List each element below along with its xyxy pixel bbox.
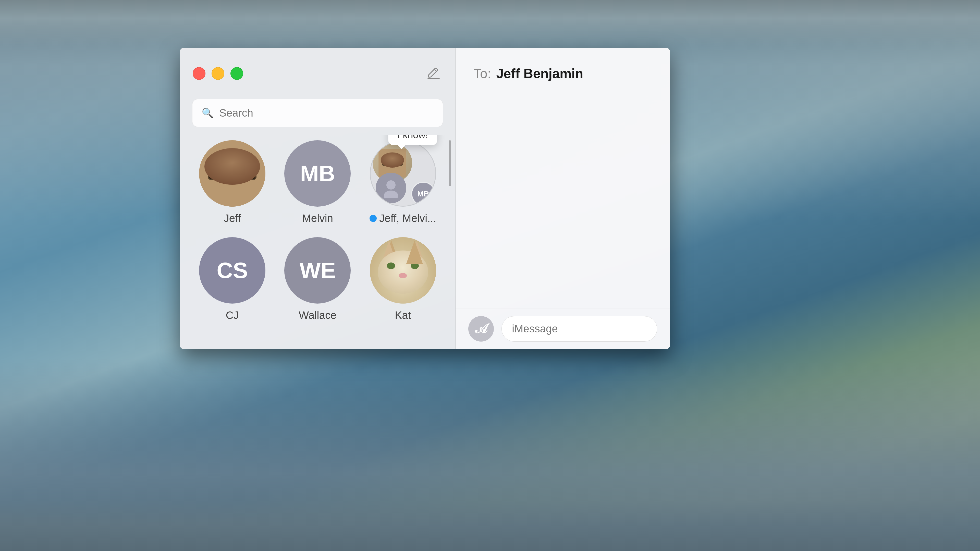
search-input[interactable] (219, 107, 434, 119)
contact-kat[interactable]: Kat (363, 237, 443, 321)
contact-name-wallace: Wallace (299, 309, 337, 321)
rock-texture-top (0, 0, 980, 46)
iknow-text: I know! (397, 135, 428, 140)
message-panel: To: Jeff Benjamin 𝒜 (455, 48, 670, 349)
message-input-area: 𝒜 (455, 308, 670, 349)
recipient-name: Jeff Benjamin (496, 66, 583, 81)
search-container: 🔍 (180, 99, 455, 135)
contact-melvin[interactable]: MB Melvin (277, 140, 358, 224)
rock-texture-bottom (0, 500, 980, 551)
messages-window: 🔍 Jeff MB Melvin (180, 48, 670, 349)
avatar-jeff (199, 140, 266, 206)
contact-name-melvin: Melvin (302, 212, 333, 224)
group-badge-mb: MB (411, 182, 435, 206)
imessage-input[interactable] (501, 316, 657, 341)
avatar-melvin: MB (284, 140, 351, 206)
avatar-cj: CS (199, 237, 266, 303)
contact-name-group: Jeff, Melvi... (379, 212, 436, 224)
contacts-grid: Jeff MB Melvin I know! (180, 135, 455, 349)
message-header: To: Jeff Benjamin (455, 48, 670, 99)
scrollbar-track[interactable] (448, 140, 452, 344)
contact-jeff[interactable]: Jeff (192, 140, 272, 224)
avatar-group: MB (370, 140, 436, 206)
compose-button[interactable] (425, 65, 442, 83)
minimize-button[interactable] (212, 67, 224, 80)
wallace-initials: WE (300, 257, 336, 283)
apps-button[interactable]: 𝒜 (468, 316, 494, 341)
melvin-initials: MB (300, 160, 335, 186)
title-bar (180, 48, 455, 99)
svg-point-1 (384, 191, 398, 198)
contact-name-kat: Kat (395, 309, 411, 321)
group-avatar-inner: MB (371, 141, 435, 206)
avatar-wallace: WE (284, 237, 351, 303)
message-body (455, 99, 670, 308)
maximize-button[interactable] (231, 67, 243, 80)
scrollbar-thumb[interactable] (449, 140, 451, 186)
online-indicator (369, 215, 377, 222)
apps-icon: 𝒜 (476, 321, 487, 337)
group-photo-melvin-small (375, 173, 406, 203)
contacts-panel: 🔍 Jeff MB Melvin (180, 48, 455, 349)
contact-name-row-group: Jeff, Melvi... (369, 212, 436, 224)
contact-group-jeff-melvin[interactable]: I know! (363, 140, 443, 224)
to-label: To: (473, 66, 491, 81)
jeff-photo (199, 140, 266, 206)
window-controls (192, 67, 243, 80)
avatar-kat (370, 237, 436, 303)
iknow-popup: I know! (388, 135, 437, 145)
group-badge-initials: MB (417, 189, 429, 198)
search-icon: 🔍 (202, 107, 213, 119)
contact-name-jeff: Jeff (224, 212, 241, 224)
svg-point-0 (387, 180, 396, 189)
search-bar[interactable]: 🔍 (192, 99, 443, 127)
contact-wallace[interactable]: WE Wallace (277, 237, 358, 321)
contact-cj[interactable]: CS CJ (192, 237, 272, 321)
contact-name-cj: CJ (226, 309, 239, 321)
cj-initials: CS (217, 257, 248, 283)
close-button[interactable] (192, 67, 205, 80)
kat-photo (370, 237, 436, 303)
